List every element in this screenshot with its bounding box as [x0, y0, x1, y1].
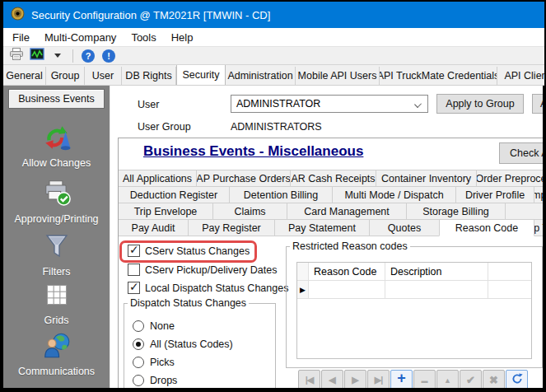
- nav-insert-button[interactable]: +: [390, 370, 413, 388]
- menu-bar: File Multi-Company Tools Help: [3, 28, 544, 46]
- sidebar-item-label: Allow Changes: [22, 157, 91, 169]
- subtab-deduction-register[interactable]: Deduction Register: [118, 186, 230, 203]
- subtab-quotes[interactable]: Quotes: [369, 219, 440, 236]
- monitor-button[interactable]: [28, 48, 46, 64]
- radio-all-status-codes[interactable]: All (Status Codes): [133, 338, 233, 350]
- sub-tab-row: Pay Audit Pay Register Pay Statement Quo…: [119, 219, 543, 236]
- radio-none[interactable]: None: [133, 320, 175, 332]
- sidebar-item-label: Grids: [44, 315, 69, 326]
- subtab-storage-billing[interactable]: Storage Billing: [406, 203, 506, 220]
- print-button[interactable]: [7, 48, 26, 64]
- radio-picks[interactable]: Picks: [133, 357, 175, 368]
- checkbox-icon[interactable]: [128, 282, 140, 294]
- radio-icon[interactable]: [133, 320, 144, 332]
- reason-codes-table[interactable]: Reason Code Description: [296, 262, 532, 359]
- tab-administration[interactable]: Administration: [226, 67, 296, 85]
- security-configuration-window: Security Configuration @ TM2021R [TMWIN …: [0, 0, 546, 392]
- tab-mobile-api-users[interactable]: Mobile API Users: [296, 67, 380, 85]
- nav-post-button[interactable]: [460, 370, 482, 388]
- column-header-spacer: [488, 263, 531, 280]
- cell-description[interactable]: [385, 281, 488, 298]
- tab-db-rights[interactable]: DB Rights: [122, 67, 176, 85]
- sidebar-item-communications[interactable]: Communications: [3, 330, 110, 377]
- tab-security[interactable]: Security: [176, 65, 226, 85]
- checkbox-icon[interactable]: [128, 264, 140, 276]
- subtab-pay-statement[interactable]: Pay Statement: [274, 219, 370, 236]
- subtab-reason-code[interactable]: Reason Code: [439, 219, 534, 236]
- apply-partial-button[interactable]: A: [532, 94, 543, 114]
- radio-label: All (Status Codes): [150, 338, 233, 350]
- db-navigator: +: [298, 370, 528, 388]
- subtab-pay-register[interactable]: Pay Register: [188, 219, 275, 236]
- subtab-pay-audit[interactable]: Pay Audit: [118, 219, 189, 236]
- menu-tools[interactable]: Tools: [124, 30, 163, 45]
- cell-reason-code[interactable]: [309, 281, 385, 298]
- nav-edit-button[interactable]: [436, 370, 459, 388]
- subtab-blank[interactable]: [505, 203, 543, 220]
- group-title: Restricted Reason codes: [290, 240, 410, 252]
- sidebar-item-allow-changes[interactable]: Allow Changes: [3, 122, 110, 169]
- checkbox-cserv-pickup-delivery-dates[interactable]: CServ Pickup/Delivery Dates: [128, 264, 277, 276]
- subtab-trip-envelope[interactable]: Trip Envelope: [118, 203, 213, 220]
- sub-tab-row: Trip Envelope Claims Card Management Sto…: [119, 203, 543, 220]
- sidebar-item-label: Filters: [42, 266, 70, 278]
- subtab-card-management[interactable]: Card Management: [287, 203, 407, 220]
- radio-icon[interactable]: [133, 357, 144, 368]
- help-icon: ?: [82, 49, 95, 63]
- table-row[interactable]: [297, 281, 531, 299]
- sidebar-item-grids[interactable]: Grids: [3, 281, 110, 326]
- nav-delete-button[interactable]: [413, 370, 436, 388]
- subtab-driver-profile[interactable]: Driver Profile: [455, 186, 534, 203]
- nav-first-button[interactable]: [298, 370, 320, 388]
- tab-general[interactable]: General: [3, 67, 46, 85]
- help-button[interactable]: ?: [79, 48, 97, 64]
- nav-next-button[interactable]: [344, 370, 366, 388]
- nav-refresh-button[interactable]: [506, 370, 528, 388]
- cancel-record-icon: [489, 374, 498, 386]
- subtab-container-inventory[interactable]: Container Inventory: [376, 170, 477, 187]
- nav-prior-button[interactable]: [321, 370, 343, 388]
- subtab-ar-cash-receipts[interactable]: AR Cash Receipts: [290, 170, 376, 187]
- subtab-employee[interactable]: Emplo: [534, 186, 543, 203]
- tab-api-truckmate-credentials[interactable]: API TruckMate Credentials: [380, 67, 497, 85]
- tab-user[interactable]: User: [85, 67, 122, 85]
- sub-tab-row: All Applications AP Purchase Orders AR C…: [119, 170, 543, 187]
- apply-to-group-button[interactable]: Apply to Group: [436, 94, 524, 114]
- subtab-trip-trace[interactable]: Trip Tra: [534, 219, 543, 236]
- monitor-dropdown-button[interactable]: [49, 48, 67, 64]
- radio-drops[interactable]: Drops: [133, 375, 177, 386]
- radio-icon[interactable]: [133, 375, 144, 386]
- subtab-detention-billing[interactable]: Detention Billing: [229, 186, 333, 203]
- edit-record-icon: [444, 375, 451, 385]
- nav-last-button[interactable]: [367, 370, 390, 388]
- subtab-claims[interactable]: Claims: [212, 203, 287, 220]
- menu-file[interactable]: File: [5, 30, 37, 45]
- filters-icon: [43, 232, 71, 264]
- menu-help[interactable]: Help: [164, 30, 201, 45]
- sidebar-item-approving-printing[interactable]: Approving/Printing: [3, 178, 110, 225]
- subtab-ap-purchase-orders[interactable]: AP Purchase Orders: [196, 170, 291, 187]
- user-combobox[interactable]: ADMINISTRATOR: [231, 95, 428, 113]
- info-icon: !: [102, 49, 115, 63]
- tab-api-client[interactable]: API Clien: [497, 67, 544, 85]
- delete-record-icon: [422, 375, 428, 385]
- checkbox-label: Local Dispatch Status Changes: [145, 282, 288, 294]
- nav-cancel-button[interactable]: [483, 370, 505, 388]
- radio-icon[interactable]: [133, 338, 144, 350]
- checkbox-local-dispatch-status-changes[interactable]: Local Dispatch Status Changes: [128, 282, 288, 294]
- about-button[interactable]: !: [100, 48, 118, 64]
- subtab-order-preprocess[interactable]: Order Preproce: [476, 170, 543, 187]
- subtab-multi-mode-dispatch[interactable]: Multi Mode / Dispatch: [332, 186, 456, 203]
- sidebar-item-filters[interactable]: Filters: [3, 232, 110, 278]
- subtab-all-applications[interactable]: All Applications: [118, 170, 197, 187]
- check-all-button[interactable]: Check A: [499, 142, 543, 164]
- app-badge-icon: [11, 7, 25, 24]
- sub-tab-row: Deduction Register Detention Billing Mul…: [119, 186, 543, 203]
- menu-multi-company[interactable]: Multi-Company: [37, 30, 124, 45]
- grids-icon: [43, 281, 71, 312]
- radio-label: Drops: [150, 375, 177, 386]
- sidebar-item-label: Approving/Printing: [14, 213, 98, 225]
- sidebar-header-business-events[interactable]: Business Events: [8, 89, 105, 109]
- tab-group[interactable]: Group: [46, 67, 85, 85]
- security-tab-content: User ADMINISTRATOR Apply to Group A User…: [110, 86, 543, 388]
